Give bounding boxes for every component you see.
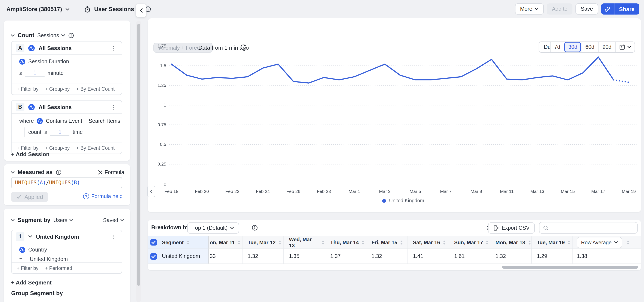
session-name[interactable]: All Sessions <box>38 45 106 51</box>
group-by-link[interactable]: + Group-by <box>45 86 70 92</box>
stopwatch-icon <box>84 6 91 13</box>
chevron-down-icon[interactable] <box>11 219 14 221</box>
legend-label: United Kingdom <box>389 198 424 203</box>
value-cell: 1.32 <box>490 249 532 263</box>
collapse-chart-sidebar-button[interactable] <box>148 186 155 197</box>
column-header[interactable]: Sun, Mar 17 <box>449 236 490 249</box>
formula-help-link[interactable]: ? Formula help <box>83 193 122 199</box>
condition-type[interactable]: Contains Event <box>46 118 82 124</box>
session-letter: A <box>16 44 24 52</box>
save-button[interactable]: Save <box>576 3 598 14</box>
property-name[interactable]: Session Duration <box>28 59 69 65</box>
sort-icon[interactable] <box>627 240 630 245</box>
sort-icon[interactable] <box>486 240 489 245</box>
operator[interactable]: ≥ <box>44 129 47 135</box>
more-button[interactable]: More <box>515 3 544 14</box>
column-header[interactable]: Sat, Mar 16 <box>408 236 449 249</box>
chevron-down-icon[interactable] <box>28 235 32 238</box>
share-button[interactable]: Share <box>614 3 639 14</box>
export-csv-button[interactable]: Export CSV <box>488 222 535 233</box>
info-icon[interactable] <box>68 32 74 38</box>
column-header[interactable]: Mon, Mar 18 <box>490 236 532 249</box>
performed-link[interactable]: + Performed <box>45 265 72 271</box>
group-by-link[interactable]: + Group-by <box>45 146 70 151</box>
sort-icon[interactable] <box>362 240 365 245</box>
add-segment-link[interactable]: + Add Segment <box>11 279 52 286</box>
breakdown-selector[interactable]: Top 1 (Default) <box>187 222 239 233</box>
applied-button[interactable]: Applied <box>11 192 48 202</box>
page-title: User Sessions <box>94 6 134 12</box>
count-label: count <box>28 129 41 135</box>
by-event-count-link[interactable]: + By Event Count <box>76 146 114 151</box>
sort-icon[interactable] <box>186 240 190 245</box>
breakdown-by-label: Breakdown by: <box>151 224 191 231</box>
sort-icon[interactable] <box>442 240 446 245</box>
sort-icon[interactable] <box>567 240 571 245</box>
scrollbar-thumb[interactable] <box>137 24 140 286</box>
scrollbar-thumb[interactable] <box>502 265 638 268</box>
sort-icon[interactable] <box>321 240 325 245</box>
search-input[interactable] <box>552 224 634 231</box>
project-selector[interactable]: AmpliStore (380517) <box>6 6 62 12</box>
row-average-dropdown[interactable]: Row Average <box>577 237 622 248</box>
segment-target-dropdown[interactable]: Users <box>53 217 73 223</box>
x-axis-tick: Mar 15 <box>553 189 583 194</box>
add-session-link[interactable]: + Add Session <box>11 151 50 157</box>
chevron-down-icon <box>70 219 73 221</box>
count-input[interactable]: 1 <box>50 129 70 136</box>
count-unit-dropdown[interactable]: Sessions <box>37 32 65 38</box>
column-header[interactable]: on, Mar 11 <box>208 236 242 249</box>
formula-mode-toggle[interactable]: Formula <box>98 169 124 175</box>
info-icon[interactable] <box>56 169 62 175</box>
formula-input[interactable]: UNIQUES(A)/UNIQUES(B) <box>11 177 122 188</box>
operator[interactable]: ≥ <box>19 70 22 76</box>
row-checkbox[interactable] <box>150 253 156 260</box>
session-name[interactable]: All Sessions <box>38 104 106 110</box>
y-axis-tick: 0.75 <box>148 122 166 128</box>
line-chart[interactable] <box>169 43 637 188</box>
saved-dropdown[interactable]: Saved <box>103 217 124 223</box>
segment-property[interactable]: Country <box>28 247 47 253</box>
sort-icon[interactable] <box>528 240 531 245</box>
filter-by-link[interactable]: + Filter by <box>17 86 38 92</box>
threshold-input[interactable]: 1 <box>25 70 44 77</box>
unit-label: minute <box>48 70 64 76</box>
unit-label: time <box>73 129 83 135</box>
column-header[interactable]: Tue, Mar 19 <box>532 236 573 249</box>
copy-link-button[interactable] <box>601 3 614 14</box>
info-icon[interactable] <box>252 225 258 231</box>
sort-icon[interactable] <box>278 240 282 245</box>
filter-by-link[interactable]: + Filter by <box>17 146 38 151</box>
chevron-down-icon[interactable] <box>11 171 14 173</box>
table-search[interactable] <box>539 222 638 234</box>
table-horizontal-scrollbar[interactable] <box>148 264 641 270</box>
chevron-down-icon[interactable] <box>11 34 14 37</box>
x-axis-tick: Feb 24 <box>248 189 278 194</box>
segment-name[interactable]: United Kingdom <box>36 233 106 240</box>
filter-by-link[interactable]: + Filter by <box>17 265 38 271</box>
event-name[interactable]: Search Items <box>89 118 120 124</box>
column-header[interactable]: Wed, Mar 13 <box>284 236 325 249</box>
column-header[interactable]: Thu, Mar 14 <box>325 236 366 249</box>
column-header-label: Fri, Mar 15 <box>372 239 397 245</box>
segment-operator[interactable]: = <box>19 256 22 262</box>
by-event-count-link[interactable]: + By Event Count <box>76 86 114 92</box>
sidebar-scrollbar[interactable] <box>136 20 141 302</box>
column-header[interactable]: Fri, Mar 15 <box>366 236 408 249</box>
kebab-menu-icon[interactable]: ⋮ <box>110 104 118 110</box>
chevron-down-icon <box>535 8 538 10</box>
segment-column-header[interactable]: Segment <box>160 236 208 249</box>
column-header[interactable]: Tue, Mar 12 <box>242 236 284 249</box>
sort-icon[interactable] <box>400 240 403 245</box>
segment-value[interactable]: United Kingdom <box>30 256 68 262</box>
sort-icon[interactable] <box>238 240 241 245</box>
kebab-menu-icon[interactable]: ⋮ <box>110 45 118 51</box>
session-card-b: B All Sessions ⋮ where Contains Event Se… <box>11 100 122 154</box>
add-to-button[interactable]: Add to <box>547 3 572 14</box>
select-all-checkbox[interactable] <box>150 239 156 246</box>
segment-cell[interactable]: United Kingdom <box>160 249 208 263</box>
chart-legend[interactable]: United Kingdom <box>169 198 637 203</box>
kebab-menu-icon[interactable]: ⋮ <box>110 233 118 240</box>
row-average-header[interactable]: Row Average <box>573 236 641 249</box>
collapse-panel-button[interactable] <box>136 4 146 17</box>
